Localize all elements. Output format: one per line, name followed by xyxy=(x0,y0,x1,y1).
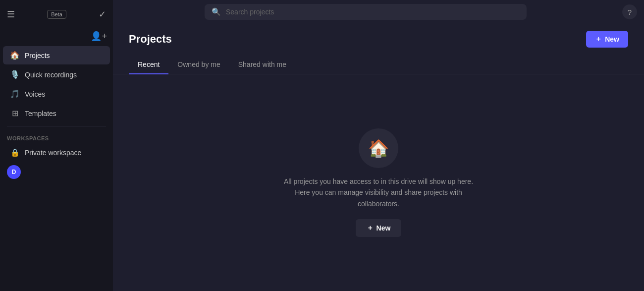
empty-state-icon: 🏠 xyxy=(359,128,398,168)
plus-icon: ＋ xyxy=(595,35,602,44)
projects-icon: 🏠 xyxy=(10,51,20,60)
sidebar-item-templates-label: Templates xyxy=(25,110,56,117)
search-input[interactable] xyxy=(226,8,520,16)
new-button-label: New xyxy=(605,35,619,43)
workspaces-label: Workspaces xyxy=(0,129,113,143)
top-bar: 🔍 ? xyxy=(113,0,644,20)
tab-owned-by-me[interactable]: Owned by me xyxy=(168,56,229,74)
sidebar-item-voices[interactable]: 🎵 Voices xyxy=(3,85,110,103)
sidebar-divider xyxy=(7,126,106,126)
tabs-bar: Recent Owned by me Shared with me xyxy=(113,56,644,74)
voices-icon: 🎵 xyxy=(10,89,20,99)
sidebar-item-voices-label: Voices xyxy=(25,90,45,98)
empty-new-button[interactable]: ＋ New xyxy=(356,219,402,237)
quick-recordings-icon: 🎙️ xyxy=(10,70,20,79)
templates-icon: ⊞ xyxy=(10,109,20,118)
page-title: Projects xyxy=(129,33,172,46)
sidebar-top-bar: ☰ Beta ✓ xyxy=(0,4,113,27)
sidebar-item-quick-recordings[interactable]: 🎙️ Quick recordings xyxy=(3,65,110,84)
sidebar-item-private-workspace-label: Private workspace xyxy=(25,149,81,157)
tab-shared-with-me[interactable]: Shared with me xyxy=(229,56,295,74)
main-header: Projects ＋ New xyxy=(113,20,644,56)
help-icon[interactable]: ? xyxy=(622,4,637,19)
empty-new-label: New xyxy=(376,224,391,232)
lock-icon: 🔒 xyxy=(10,148,20,157)
sidebar-add-row: 👤+ xyxy=(0,27,113,46)
empty-state: 🏠 All projects you have access to in thi… xyxy=(113,74,644,291)
empty-plus-icon: ＋ xyxy=(367,224,374,233)
beta-badge[interactable]: Beta xyxy=(47,10,66,19)
empty-state-text: All projects you have access to in this … xyxy=(274,176,483,209)
sidebar-item-private-workspace[interactable]: 🔒 Private workspace xyxy=(3,144,110,162)
check-icon[interactable]: ✓ xyxy=(97,7,108,22)
avatar[interactable]: D xyxy=(7,165,21,179)
sidebar: ☰ Beta ✓ 👤+ 🏠 Projects 🎙️ Quick recordin… xyxy=(0,0,113,291)
sidebar-item-projects[interactable]: 🏠 Projects xyxy=(3,46,110,64)
sidebar-item-templates[interactable]: ⊞ Templates xyxy=(3,104,110,122)
add-user-icon[interactable]: 👤+ xyxy=(89,29,109,44)
tab-recent[interactable]: Recent xyxy=(129,56,168,74)
search-bar: 🔍 xyxy=(205,4,527,20)
search-icon: 🔍 xyxy=(212,7,221,16)
empty-description-line1: All projects you have access to in this … xyxy=(284,177,473,185)
main-content: 🔍 ? Projects ＋ New Recent Owned by me Sh… xyxy=(113,0,644,291)
sidebar-item-projects-label: Projects xyxy=(25,52,50,59)
new-project-button[interactable]: ＋ New xyxy=(586,31,628,48)
empty-description-line2: Here you can manage visibility and share… xyxy=(295,188,462,207)
sidebar-item-quick-recordings-label: Quick recordings xyxy=(25,71,77,79)
hamburger-icon[interactable]: ☰ xyxy=(5,7,17,22)
